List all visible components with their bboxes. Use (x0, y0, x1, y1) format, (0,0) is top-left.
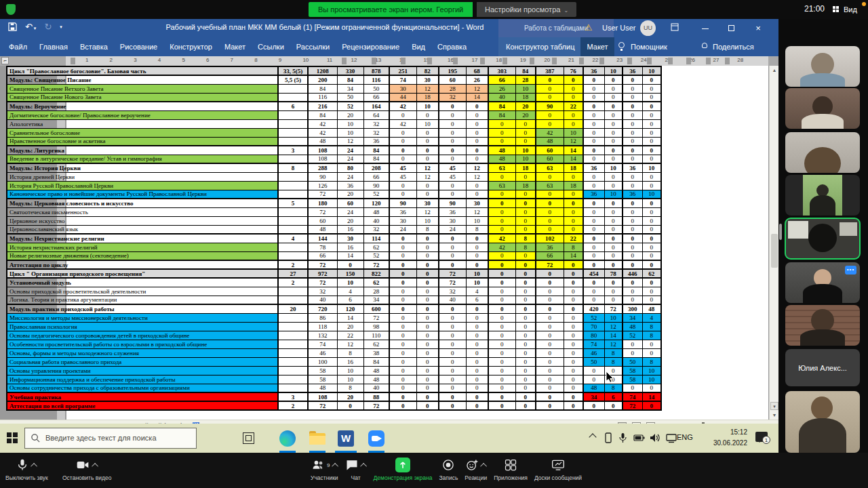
value-cell[interactable]: 48 (363, 366, 389, 375)
value-cell[interactable]: 84 (308, 110, 337, 119)
value-cell[interactable]: 0 (583, 84, 604, 93)
value-cell[interactable]: 0 (564, 207, 583, 216)
value-cell[interactable]: 303 (488, 66, 515, 75)
value-cell[interactable]: 0 (564, 225, 583, 234)
warning-icon[interactable]: ⚠ (585, 22, 593, 33)
value-cell[interactable]: 0 (583, 234, 604, 243)
value-cell[interactable]: 32 (363, 119, 389, 128)
value-cell[interactable]: 0 (564, 348, 583, 357)
value-cell[interactable] (278, 331, 308, 340)
value-cell[interactable]: 0 (416, 331, 439, 340)
value-cell[interactable]: 48 (488, 146, 515, 155)
value-cell[interactable]: 0 (583, 260, 604, 269)
value-cell[interactable]: 4 (466, 287, 488, 296)
value-cell[interactable]: 16 (337, 357, 363, 366)
value-cell[interactable] (278, 216, 308, 225)
value-cell[interactable]: 0 (488, 366, 515, 375)
value-cell[interactable]: 0 (416, 234, 439, 243)
value-cell[interactable]: 76 (564, 66, 583, 75)
value-cell[interactable]: 42 (536, 128, 564, 137)
value-cell[interactable]: 62 (363, 278, 389, 287)
value-cell[interactable]: 0 (515, 304, 536, 313)
table-row[interactable]: Установочный модуль272106200721000000000 (7, 278, 661, 287)
value-cell[interactable]: 0 (564, 366, 583, 375)
value-cell[interactable]: 822 (363, 269, 389, 278)
value-cell[interactable]: 12 (604, 340, 623, 348)
ruler-column-marker[interactable] (579, 58, 584, 64)
value-cell[interactable]: 14 (642, 392, 661, 401)
value-cell[interactable]: 8 (515, 234, 536, 243)
value-cell[interactable]: 10 (515, 155, 536, 163)
value-cell[interactable]: 36 (536, 243, 564, 251)
value-cell[interactable]: 0 (583, 199, 604, 207)
course-name-cell[interactable]: Модуль: История Церкви (7, 163, 278, 172)
table-row[interactable]: Основы приходской просветительской деяте… (7, 287, 661, 296)
value-cell[interactable]: 0 (623, 75, 642, 84)
value-cell[interactable]: 8 (337, 348, 363, 357)
file-explorer-icon[interactable] (309, 430, 326, 447)
value-cell[interactable]: 0 (389, 322, 416, 331)
value-cell[interactable]: 1208 (308, 66, 337, 75)
value-cell[interactable]: 50 (583, 357, 604, 366)
value-cell[interactable]: 0 (623, 340, 642, 348)
value-cell[interactable]: 78 (604, 269, 623, 278)
value-cell[interactable]: 0 (642, 296, 661, 304)
table-row[interactable]: Нравственное богословие и аскетика481236… (7, 137, 661, 146)
value-cell[interactable]: 0 (389, 137, 416, 146)
value-cell[interactable]: 0 (389, 128, 416, 137)
value-cell[interactable]: 0 (536, 348, 564, 357)
value-cell[interactable]: 22 (337, 331, 363, 340)
value-cell[interactable]: 70 (583, 322, 604, 331)
value-cell[interactable]: 58 (623, 366, 642, 375)
value-cell[interactable]: 0 (623, 234, 642, 243)
value-cell[interactable]: 0 (515, 137, 536, 146)
value-cell[interactable] (278, 110, 308, 119)
ruler-column-marker[interactable] (502, 58, 507, 64)
value-cell[interactable]: 0 (488, 357, 515, 366)
value-cell[interactable]: 10 (642, 190, 661, 199)
value-cell[interactable]: 116 (308, 93, 337, 102)
value-cell[interactable]: 0 (536, 401, 564, 410)
ribbon-tab-9[interactable]: Вид (406, 37, 431, 56)
value-cell[interactable]: 3 (278, 392, 308, 401)
value-cell[interactable]: 34 (583, 392, 604, 401)
value-cell[interactable]: 0 (416, 128, 439, 137)
value-cell[interactable]: 0 (515, 190, 536, 199)
scroll-down-icon[interactable]: ▼ (770, 411, 778, 420)
value-cell[interactable]: 0 (623, 137, 642, 146)
value-cell[interactable] (278, 93, 308, 102)
value-cell[interactable]: 40 (363, 384, 389, 392)
value-cell[interactable]: 86 (308, 313, 337, 322)
value-cell[interactable]: 60 (308, 216, 337, 225)
value-cell[interactable]: 0 (488, 225, 515, 234)
value-cell[interactable]: 0 (488, 172, 515, 181)
value-cell[interactable]: 180 (308, 199, 337, 207)
value-cell[interactable]: 0 (564, 216, 583, 225)
value-cell[interactable]: 0 (564, 172, 583, 181)
table-row[interactable]: Цикл " Организация приходского просвещен… (7, 269, 661, 278)
value-cell[interactable]: 0 (604, 225, 623, 234)
value-cell[interactable]: 18 (416, 93, 439, 102)
value-cell[interactable]: 40 (439, 296, 466, 304)
value-cell[interactable]: 0 (389, 155, 416, 163)
speaker-icon[interactable] (650, 432, 660, 443)
table-row[interactable]: Социальная работа православного прихода1… (7, 357, 661, 366)
value-cell[interactable]: 0 (536, 190, 564, 199)
start-button[interactable] (7, 432, 18, 444)
value-cell[interactable]: 0 (416, 137, 439, 146)
value-cell[interactable]: 30 (389, 216, 416, 225)
value-cell[interactable] (278, 190, 308, 199)
ruler-column-marker[interactable] (530, 58, 534, 64)
ruler-column-marker[interactable] (453, 58, 458, 64)
value-cell[interactable]: 0 (515, 269, 536, 278)
value-cell[interactable]: 0 (466, 340, 488, 348)
value-cell[interactable]: 72 (308, 260, 337, 269)
value-cell[interactable]: 0 (389, 357, 416, 366)
course-name-cell[interactable]: Модуль: Церковная словесность и искусств… (7, 199, 278, 207)
value-cell[interactable]: 0 (416, 392, 439, 401)
ruler-column-marker[interactable] (401, 58, 406, 64)
value-cell[interactable]: 972 (308, 269, 337, 278)
value-cell[interactable]: 18 (564, 181, 583, 190)
value-cell[interactable]: 66 (363, 172, 389, 181)
table-row[interactable]: Модуль: Церковная словесность и искусств… (7, 199, 661, 207)
